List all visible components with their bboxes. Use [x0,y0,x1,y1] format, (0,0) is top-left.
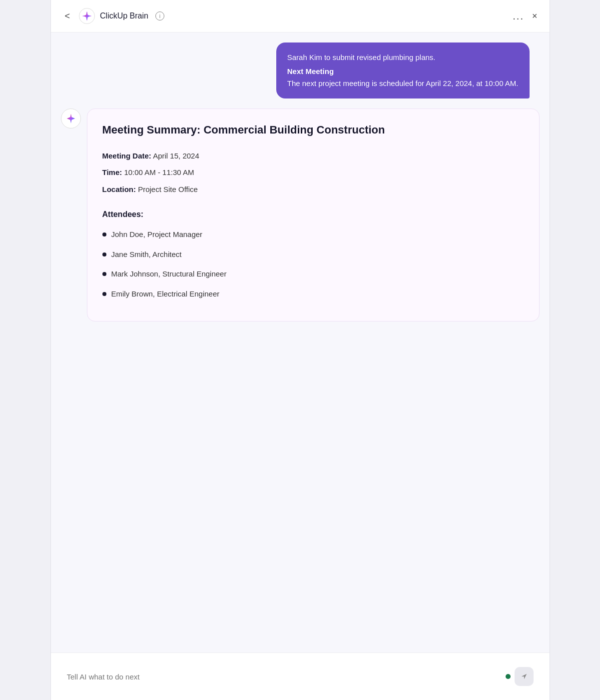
send-button[interactable] [515,667,534,686]
sparkle-logo-icon [81,10,92,22]
user-message-line1: Sarah Kim to submit revised plumbing pla… [287,53,436,62]
more-options-button[interactable]: ... [513,10,524,22]
header-title: ClickUp Brain [100,12,148,20]
user-message-bubble: Sarah Kim to submit revised plumbing pla… [276,42,530,98]
header: < ClickUp Brain i [51,0,550,32]
user-message-line2: The next project meeting is scheduled fo… [287,79,519,88]
meeting-summary-card: Meeting Summary: Commercial Building Con… [87,108,540,322]
header-actions: ... × [513,9,539,24]
ai-response-row: Meeting Summary: Commercial Building Con… [61,108,540,322]
send-icon [520,672,529,681]
card-title: Meeting Summary: Commercial Building Con… [102,123,524,138]
attendees-section-title: Attendees: [102,208,524,221]
list-item: Emily Brown, Electrical Engineer [102,288,524,300]
chat-input[interactable] [67,672,502,681]
svg-marker-1 [84,12,90,20]
input-wrapper [59,660,542,693]
info-icon[interactable]: i [155,12,164,20]
location-row: Location: Project Site Office [102,183,524,196]
time-row: Time: 10:00 AM - 11:30 AM [102,166,524,179]
header-logo [79,8,95,24]
ai-avatar [61,108,81,128]
header-left: < ClickUp Brain i [61,8,513,24]
chat-content: Sarah Kim to submit revised plumbing pla… [51,32,550,652]
list-item: Mark Johnson, Structural Engineer [102,268,524,280]
input-area [51,652,550,700]
attendee-list: John Doe, Project ManagerJane Smith, Arc… [102,228,524,300]
list-item: John Doe, Project Manager [102,228,524,241]
next-meeting-heading: Next Meeting [287,66,519,78]
close-button[interactable]: × [530,9,540,24]
chat-panel: < ClickUp Brain i [50,0,550,700]
card-meta: Meeting Date: April 15, 2024 Time: 10:00… [102,150,524,196]
back-button[interactable]: < [61,9,74,24]
status-dot [506,674,511,679]
svg-marker-2 [66,114,75,123]
list-item: Jane Smith, Architect [102,248,524,261]
ai-sparkle-icon [65,113,76,124]
meeting-date-row: Meeting Date: April 15, 2024 [102,150,524,162]
